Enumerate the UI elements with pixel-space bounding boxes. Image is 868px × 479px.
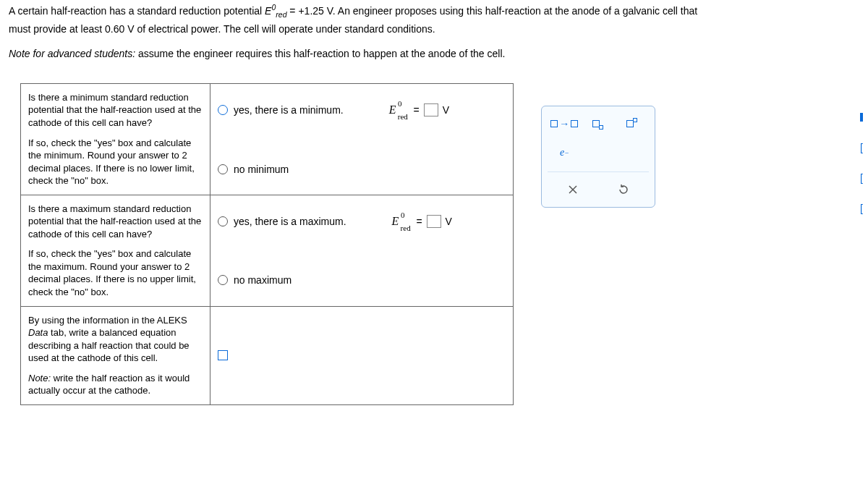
tool-spacer2: [618, 143, 646, 163]
side-icon-3[interactable]: [: [856, 173, 867, 183]
problem-line2: must provide at least 0.60 V of electric…: [9, 21, 859, 38]
tool-spacer: [584, 143, 612, 163]
radio-max-yes[interactable]: [218, 216, 228, 226]
question-max-text: Is there a maximum standard reduction po…: [21, 195, 210, 306]
ered-symbol-max: E0red: [392, 215, 399, 228]
answer-table: Is there a minimum standard reduction po…: [20, 83, 514, 405]
note-text: assume the engineer requires this half-r…: [135, 48, 505, 59]
question-row-minimum: Is there a minimum standard reduction po…: [21, 84, 513, 195]
problem-line1a: A certain half-reaction has a standard r…: [9, 5, 265, 17]
max-formula: E0red = V: [392, 215, 452, 228]
tool-superscript[interactable]: [618, 114, 646, 134]
equals-sign: =: [414, 104, 420, 116]
problem-line1b: = +1.25 V. An engineer proposes using th…: [286, 5, 697, 17]
label-min-no: no minimum: [234, 164, 289, 175]
equals-sign-2: =: [416, 216, 422, 227]
min-value-input[interactable]: [424, 103, 438, 116]
q1-part1: Is there a minimum standard reduction po…: [28, 91, 203, 130]
radio-min-no[interactable]: [218, 164, 228, 174]
question-eq-text: By using the information in the ALEKS Da…: [21, 307, 210, 404]
side-icon-1[interactable]: [856, 112, 867, 122]
side-toolbar: [ [ [: [856, 112, 867, 213]
q1-part2: If so, check the "yes" box and calculate…: [28, 137, 203, 187]
q3-part2: Note: write the half reaction as it woul…: [28, 372, 203, 397]
question-row-equation: By using the information in the ALEKS Da…: [21, 307, 513, 405]
min-formula: E0red = V: [389, 103, 449, 116]
tool-reset[interactable]: [610, 179, 637, 200]
q2-part2: If so, check the "yes" box and calculate…: [28, 247, 203, 298]
tool-clear[interactable]: [559, 179, 587, 200]
max-value-input[interactable]: [427, 215, 441, 228]
q3-part1: By using the information in the ALEKS Da…: [28, 314, 203, 365]
note-label: Note for advanced students:: [9, 48, 135, 59]
tool-electron[interactable]: e−: [550, 143, 578, 163]
label-max-yes: yes, there is a maximum.: [234, 216, 346, 227]
side-icon-2[interactable]: [: [856, 143, 867, 153]
problem-statement: A certain half-reaction has a standard r…: [0, 0, 868, 63]
tool-yields[interactable]: →: [550, 114, 578, 134]
radio-min-yes[interactable]: [218, 105, 228, 115]
ered-symbol-min: E0red: [389, 103, 396, 116]
label-max-no: no maximum: [234, 274, 292, 286]
side-icon-4[interactable]: [: [856, 203, 867, 213]
max-unit: V: [446, 216, 452, 227]
min-unit: V: [443, 104, 449, 116]
ered-symbol-inline: E0red: [265, 5, 286, 17]
question-row-maximum: Is there a maximum standard reduction po…: [21, 195, 513, 307]
q2-part1: Is there a maximum standard reduction po…: [28, 203, 203, 241]
equation-input[interactable]: [218, 350, 228, 360]
tool-subscript[interactable]: [584, 114, 612, 134]
label-min-yes: yes, there is a minimum.: [234, 104, 344, 116]
symbol-toolbox: → e−: [541, 106, 655, 208]
radio-max-no[interactable]: [218, 275, 228, 285]
question-min-text: Is there a minimum standard reduction po…: [21, 84, 210, 195]
